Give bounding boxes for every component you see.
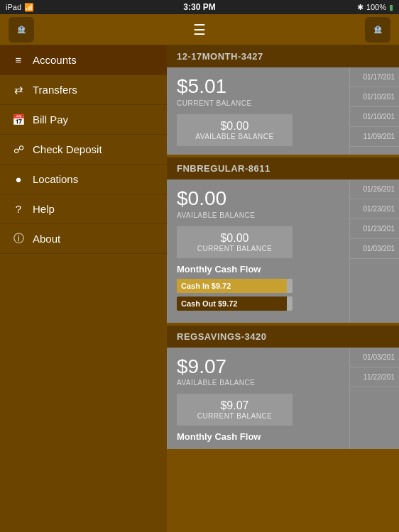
account-balance-label-3: AVAILABLE BALANCE [177,379,293,387]
accounts-icon: ≡ [11,54,26,66]
transfers-icon: ⇄ [11,84,26,96]
app-logo: 🏦 [9,17,34,43]
about-icon: ⓘ [11,232,26,245]
sidebar-label-about: About [33,233,60,245]
cashflow-title-3: Monthly Cash Flow [177,431,293,442]
bluetooth-icon: ✱ [357,3,364,12]
account-name-3: REGSAVINGS-3420 [177,331,266,342]
txn-date: 01/10/201 [350,87,399,107]
sidebar: ≡ Accounts ⇄ Transfers 📅 Bill Pay ☍ Chec… [0,45,167,532]
battery-icon: ▮ [389,3,393,12]
sidebar-item-billpay[interactable]: 📅 Bill Pay [0,105,167,135]
account-name-1: 12-17MONTH-3427 [177,51,263,62]
cashout-bar-row: Cash Out $9.72 [177,297,293,311]
account-secondary-label-1: AVAILABLE BALANCE [185,133,284,140]
help-icon: ? [11,203,26,215]
account-balance-3: $9.07 [177,356,293,378]
sidebar-item-accounts[interactable]: ≡ Accounts [0,45,167,75]
app-body: ≡ Accounts ⇄ Transfers 📅 Bill Pay ☍ Chec… [0,45,399,532]
txn-date: 01/23/201 [350,219,399,239]
txn-date: 01/10/201 [350,107,399,127]
status-bar: iPad 📶 3:30 PM ✱ 100% ▮ [0,0,399,14]
logo-text-right: 🏦 [373,26,382,33]
app-logo-right: 🏦 [365,17,390,43]
sidebar-item-checkdeposit[interactable]: ☍ Check Deposit [0,135,167,165]
wifi-icon: 📶 [24,3,34,12]
sidebar-label-locations: Locations [33,173,78,185]
battery-label: 100% [366,3,386,11]
locations-icon: ● [11,173,26,185]
sidebar-label-transfers: Transfers [33,84,77,96]
txn-date: 01/03/201 [350,348,399,367]
logo-text: 🏦 [17,26,26,33]
cashin-bar-fill: Cash In $9.72 [177,279,287,293]
account-secondary-2: $0.00 CURRENT BALANCE [177,226,293,258]
account-card-3: $9.07 AVAILABLE BALANCE $9.07 CURRENT BA… [167,348,399,450]
cashin-bar-track: Cash In $9.72 [177,279,293,293]
transactions-2: 01/26/201 01/23/201 01/23/201 01/03/201 [349,179,399,323]
device-label: iPad [6,3,21,11]
sidebar-label-checkdeposit: Check Deposit [33,143,102,155]
cashout-bar-track: Cash Out $9.72 [177,297,293,311]
app-header: 🏦 ☰ 🏦 [0,14,399,45]
account-header-1: 12-17MONTH-3427 [167,45,399,67]
status-left: iPad 📶 [6,3,34,12]
txn-date: 01/03/201 [350,239,399,259]
status-time: 3:30 PM [183,2,215,12]
sidebar-item-transfers[interactable]: ⇄ Transfers [0,75,167,105]
txn-date: 01/26/201 [350,179,399,199]
account-balance-2: $0.00 [177,188,293,210]
txn-date: 11/09/201 [350,127,399,147]
account-header-2: FNBREGULAR-8611 [167,157,399,179]
account-balance-label-1: CURRENT BALANCE [177,99,293,107]
account-card-1: $5.01 CURRENT BALANCE $0.00 AVAILABLE BA… [167,67,399,155]
checkdeposit-icon: ☍ [11,143,26,156]
account-name-2: FNBREGULAR-8611 [177,163,270,174]
txn-date: 01/23/201 [350,199,399,219]
account-balance-label-2: AVAILABLE BALANCE [177,211,293,219]
sidebar-label-accounts: Accounts [33,54,77,66]
account-card-2: $0.00 AVAILABLE BALANCE $0.00 CURRENT BA… [167,179,399,323]
hamburger-button[interactable]: ☰ [193,21,206,38]
sidebar-item-locations[interactable]: ● Locations [0,165,167,194]
transactions-1: 01/17/201 01/10/201 01/10/201 11/09/201 [349,67,399,155]
txn-date: 11/22/201 [350,367,399,387]
account-section-3: REGSAVINGS-3420 $9.07 AVAILABLE BALANCE … [167,326,399,450]
sidebar-label-help: Help [33,203,55,215]
account-balance-1: $5.01 [177,76,293,98]
cashflow-3: Monthly Cash Flow [177,426,293,449]
transactions-3: 01/03/201 11/22/201 [349,348,399,450]
account-secondary-label-3: CURRENT BALANCE [185,412,284,420]
account-secondary-3: $9.07 CURRENT BALANCE [177,394,293,426]
cashin-bar-row: Cash In $9.72 [177,279,293,293]
account-secondary-amount-1: $0.00 [185,120,284,133]
sidebar-item-help[interactable]: ? Help [0,194,167,224]
account-section-2: FNBREGULAR-8611 $0.00 AVAILABLE BALANCE … [167,157,399,323]
sidebar-label-billpay: Bill Pay [33,113,68,126]
account-secondary-amount-3: $9.07 [185,399,284,412]
cashout-bar-fill: Cash Out $9.72 [177,297,287,311]
account-secondary-label-2: CURRENT BALANCE [185,245,284,253]
txn-date: 01/17/201 [350,67,399,87]
account-header-3: REGSAVINGS-3420 [167,326,399,348]
account-secondary-1: $0.00 AVAILABLE BALANCE [177,114,293,146]
cashflow-title-2: Monthly Cash Flow [177,264,293,275]
sidebar-item-about[interactable]: ⓘ About [0,224,167,254]
main-content: 12-17MONTH-3427 $5.01 CURRENT BALANCE $0… [167,45,399,532]
status-right: ✱ 100% ▮ [357,3,393,12]
account-secondary-amount-2: $0.00 [185,232,284,245]
cashflow-2: Monthly Cash Flow Cash In $9.72 Cash Out… [177,258,293,323]
account-section-1: 12-17MONTH-3427 $5.01 CURRENT BALANCE $0… [167,45,399,155]
billpay-icon: 📅 [11,113,26,126]
